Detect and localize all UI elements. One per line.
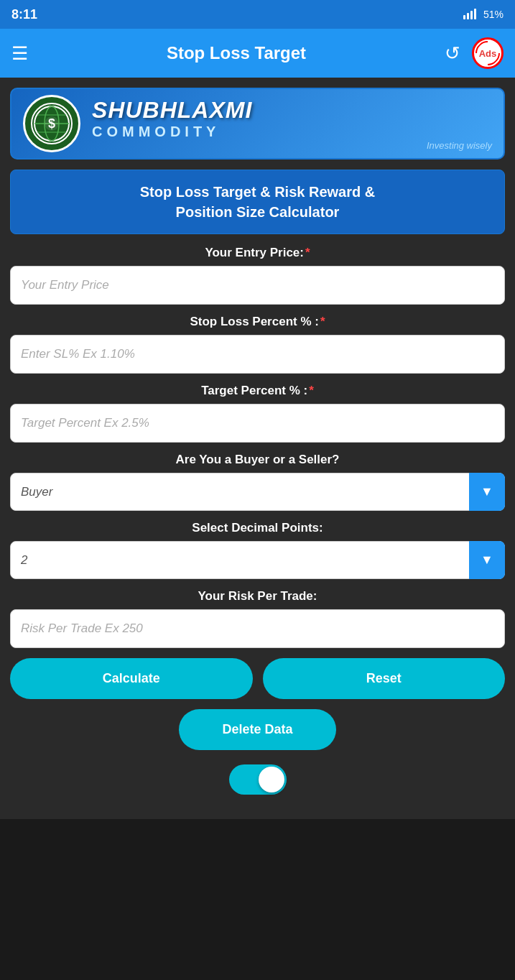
target-percent-section: Target Percent % :*: [10, 384, 505, 443]
svg-rect-1: [467, 13, 469, 19]
app-bar-right: ↺ Ads: [445, 37, 504, 69]
toggle-container: [10, 764, 505, 795]
banner-logo-symbol: $: [31, 103, 73, 144]
app-bar: ☰ Stop Loss Target ↺ Ads: [0, 29, 515, 78]
status-time: 8:11: [11, 7, 37, 22]
battery-text: 51%: [483, 9, 504, 20]
target-percent-label: Target Percent % :*: [10, 384, 505, 398]
required-star: *: [305, 246, 310, 259]
svg-rect-0: [463, 15, 465, 19]
signal-icon: [463, 8, 479, 22]
banner-text-area: SHUBHLAXMI COMMODITY Investing wisely: [92, 97, 492, 151]
delete-button-container: Delete Data: [10, 709, 505, 750]
refresh-icon[interactable]: ↺: [445, 42, 460, 65]
stop-loss-input[interactable]: [10, 335, 505, 374]
calc-title-text: Stop Loss Target & Risk Reward &Position…: [22, 182, 493, 222]
risk-per-trade-label: Your Risk Per Trade:: [10, 589, 505, 604]
stop-loss-label: Stop Loss Percent % :*: [10, 315, 505, 329]
hamburger-icon[interactable]: ☰: [11, 44, 28, 63]
status-icons: 51%: [463, 8, 504, 22]
decimal-points-section: Select Decimal Points: 0 1 2 3 4 5 ▼: [10, 521, 505, 579]
delete-data-button[interactable]: Delete Data: [179, 709, 335, 750]
decimal-points-dropdown-container: 0 1 2 3 4 5 ▼: [10, 541, 505, 579]
banner: $ SHUBHLAXMI COMMODITY Investing wisely: [10, 88, 505, 160]
calculate-button[interactable]: Calculate: [10, 658, 253, 699]
svg-rect-3: [474, 9, 476, 19]
entry-price-label: Your Entry Price:*: [10, 246, 505, 260]
target-percent-input[interactable]: [10, 404, 505, 443]
risk-per-trade-section: Your Risk Per Trade:: [10, 589, 505, 648]
app-bar-title: Stop Loss Target: [28, 43, 445, 63]
action-buttons-row: Calculate Reset: [10, 658, 505, 699]
svg-rect-2: [470, 11, 473, 19]
entry-price-section: Your Entry Price:*: [10, 246, 505, 305]
required-star-sl: *: [320, 315, 325, 328]
svg-text:$: $: [48, 116, 55, 131]
ads-badge[interactable]: Ads: [472, 37, 504, 69]
buyer-seller-section: Are You a Buyer or a Seller? Buyer Selle…: [10, 453, 505, 511]
banner-tagline: Investing wisely: [92, 140, 492, 151]
entry-price-input[interactable]: [10, 266, 505, 305]
stop-loss-section: Stop Loss Percent % :*: [10, 315, 505, 374]
main-content: $ SHUBHLAXMI COMMODITY Investing wisely …: [0, 78, 515, 819]
banner-title: SHUBHLAXMI: [92, 97, 492, 124]
status-bar: 8:11 51%: [0, 0, 515, 29]
reset-button[interactable]: Reset: [263, 658, 506, 699]
decimal-points-select[interactable]: 0 1 2 3 4 5: [10, 541, 505, 579]
buyer-seller-select[interactable]: Buyer Seller: [10, 473, 505, 511]
buyer-seller-dropdown-container: Buyer Seller ▼: [10, 473, 505, 511]
calc-title-box: Stop Loss Target & Risk Reward &Position…: [10, 170, 505, 234]
required-star-tp: *: [309, 384, 314, 397]
toggle-switch[interactable]: [229, 764, 287, 795]
ads-label: Ads: [479, 48, 497, 59]
banner-subtitle: COMMODITY: [92, 124, 492, 140]
risk-per-trade-input[interactable]: [10, 609, 505, 648]
decimal-points-label: Select Decimal Points:: [10, 521, 505, 535]
buyer-seller-label: Are You a Buyer or a Seller?: [10, 453, 505, 467]
banner-logo: $: [23, 95, 80, 152]
toggle-thumb: [259, 767, 284, 792]
